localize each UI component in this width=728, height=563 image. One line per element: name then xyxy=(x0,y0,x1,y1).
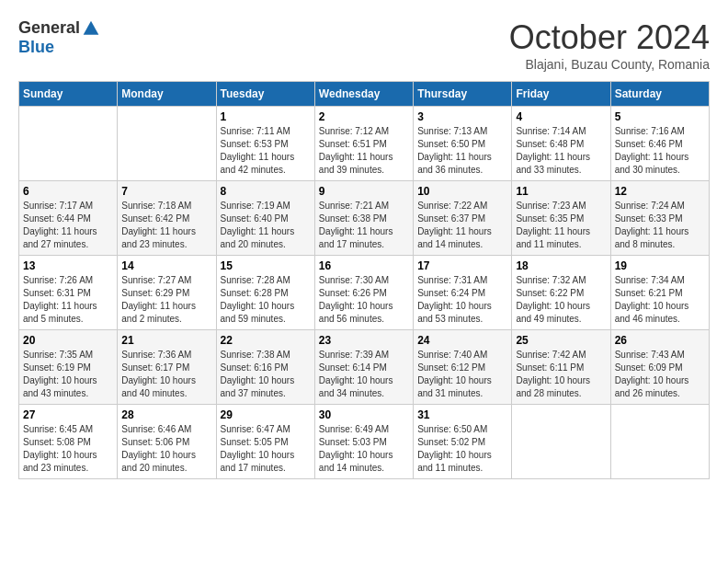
calendar-cell: 5Sunrise: 7:16 AMSunset: 6:46 PMDaylight… xyxy=(610,107,709,181)
day-info: Sunrise: 7:28 AMSunset: 6:28 PMDaylight:… xyxy=(221,274,311,326)
calendar-cell xyxy=(512,405,610,479)
calendar-cell: 17Sunrise: 7:31 AMSunset: 6:24 PMDayligh… xyxy=(414,256,512,330)
day-number: 30 xyxy=(319,408,409,421)
calendar-cell: 19Sunrise: 7:34 AMSunset: 6:21 PMDayligh… xyxy=(610,256,709,330)
weekday-header: Friday xyxy=(512,82,610,107)
calendar-cell xyxy=(118,107,216,181)
day-info: Sunrise: 7:38 AMSunset: 6:16 PMDaylight:… xyxy=(221,349,311,400)
svg-marker-0 xyxy=(84,20,99,34)
logo-icon xyxy=(82,19,100,38)
calendar-cell: 27Sunrise: 6:45 AMSunset: 5:08 PMDayligh… xyxy=(19,405,118,479)
day-info: Sunrise: 7:23 AMSunset: 6:35 PMDaylight:… xyxy=(516,200,606,251)
day-info: Sunrise: 7:19 AMSunset: 6:40 PMDaylight:… xyxy=(221,200,311,251)
day-number: 26 xyxy=(615,334,705,347)
calendar-cell: 7Sunrise: 7:18 AMSunset: 6:42 PMDaylight… xyxy=(118,181,216,256)
calendar-cell: 6Sunrise: 7:17 AMSunset: 6:44 PMDaylight… xyxy=(19,181,118,256)
calendar-cell: 20Sunrise: 7:35 AMSunset: 6:19 PMDayligh… xyxy=(19,330,118,405)
title-section: October 2024 Blajani, Buzau County, Roma… xyxy=(509,18,710,72)
day-info: Sunrise: 7:18 AMSunset: 6:42 PMDaylight:… xyxy=(121,200,211,251)
day-number: 29 xyxy=(221,408,311,421)
day-info: Sunrise: 7:32 AMSunset: 6:22 PMDaylight:… xyxy=(516,274,606,326)
day-info: Sunrise: 6:50 AMSunset: 5:02 PMDaylight:… xyxy=(417,423,507,475)
day-number: 27 xyxy=(23,408,113,421)
day-info: Sunrise: 7:42 AMSunset: 6:11 PMDaylight:… xyxy=(516,349,606,400)
day-number: 24 xyxy=(417,334,507,347)
day-number: 31 xyxy=(417,408,507,421)
day-number: 3 xyxy=(417,110,507,123)
day-info: Sunrise: 7:22 AMSunset: 6:37 PMDaylight:… xyxy=(417,200,507,251)
day-info: Sunrise: 7:17 AMSunset: 6:44 PMDaylight:… xyxy=(23,200,113,251)
calendar-week-row: 13Sunrise: 7:26 AMSunset: 6:31 PMDayligh… xyxy=(19,256,710,330)
day-number: 21 xyxy=(121,334,211,347)
day-number: 28 xyxy=(121,408,211,421)
month-title: October 2024 xyxy=(509,18,710,57)
calendar-cell: 22Sunrise: 7:38 AMSunset: 6:16 PMDayligh… xyxy=(216,330,314,405)
day-number: 16 xyxy=(319,259,409,272)
day-number: 12 xyxy=(615,185,705,198)
day-info: Sunrise: 7:27 AMSunset: 6:29 PMDaylight:… xyxy=(121,274,211,326)
calendar-cell: 16Sunrise: 7:30 AMSunset: 6:26 PMDayligh… xyxy=(314,256,413,330)
weekday-header: Saturday xyxy=(610,82,709,107)
weekday-header: Tuesday xyxy=(216,82,314,107)
day-info: Sunrise: 7:14 AMSunset: 6:48 PMDaylight:… xyxy=(516,125,606,177)
day-info: Sunrise: 6:47 AMSunset: 5:05 PMDaylight:… xyxy=(221,423,311,475)
calendar: SundayMondayTuesdayWednesdayThursdayFrid… xyxy=(18,81,710,479)
day-number: 7 xyxy=(121,185,211,198)
calendar-cell: 21Sunrise: 7:36 AMSunset: 6:17 PMDayligh… xyxy=(118,330,216,405)
day-number: 13 xyxy=(23,259,113,272)
day-number: 22 xyxy=(221,334,311,347)
day-info: Sunrise: 7:12 AMSunset: 6:51 PMDaylight:… xyxy=(319,125,409,177)
calendar-cell: 24Sunrise: 7:40 AMSunset: 6:12 PMDayligh… xyxy=(414,330,512,405)
calendar-cell: 31Sunrise: 6:50 AMSunset: 5:02 PMDayligh… xyxy=(414,405,512,479)
day-number: 18 xyxy=(516,259,606,272)
day-number: 4 xyxy=(516,110,606,123)
day-number: 8 xyxy=(221,185,311,198)
calendar-cell: 29Sunrise: 6:47 AMSunset: 5:05 PMDayligh… xyxy=(216,405,314,479)
calendar-cell: 30Sunrise: 6:49 AMSunset: 5:03 PMDayligh… xyxy=(314,405,413,479)
location-subtitle: Blajani, Buzau County, Romania xyxy=(509,57,710,72)
calendar-cell: 11Sunrise: 7:23 AMSunset: 6:35 PMDayligh… xyxy=(512,181,610,256)
calendar-week-row: 27Sunrise: 6:45 AMSunset: 5:08 PMDayligh… xyxy=(19,405,710,479)
day-info: Sunrise: 7:40 AMSunset: 6:12 PMDaylight:… xyxy=(417,349,507,400)
day-info: Sunrise: 7:16 AMSunset: 6:46 PMDaylight:… xyxy=(615,125,705,177)
day-number: 11 xyxy=(516,185,606,198)
day-info: Sunrise: 7:11 AMSunset: 6:53 PMDaylight:… xyxy=(221,125,311,177)
calendar-cell: 14Sunrise: 7:27 AMSunset: 6:29 PMDayligh… xyxy=(118,256,216,330)
calendar-cell xyxy=(19,107,118,181)
day-info: Sunrise: 7:24 AMSunset: 6:33 PMDaylight:… xyxy=(615,200,705,251)
day-info: Sunrise: 7:36 AMSunset: 6:17 PMDaylight:… xyxy=(121,349,211,400)
day-number: 10 xyxy=(417,185,507,198)
calendar-cell: 10Sunrise: 7:22 AMSunset: 6:37 PMDayligh… xyxy=(414,181,512,256)
day-info: Sunrise: 7:34 AMSunset: 6:21 PMDaylight:… xyxy=(615,274,705,326)
calendar-cell: 12Sunrise: 7:24 AMSunset: 6:33 PMDayligh… xyxy=(610,181,709,256)
calendar-cell: 13Sunrise: 7:26 AMSunset: 6:31 PMDayligh… xyxy=(19,256,118,330)
logo-general-text: General xyxy=(18,18,80,38)
day-info: Sunrise: 7:35 AMSunset: 6:19 PMDaylight:… xyxy=(23,349,113,400)
day-number: 17 xyxy=(417,259,507,272)
day-number: 1 xyxy=(221,110,311,123)
day-number: 2 xyxy=(319,110,409,123)
day-number: 14 xyxy=(121,259,211,272)
calendar-cell xyxy=(610,405,709,479)
day-number: 19 xyxy=(615,259,705,272)
calendar-cell: 4Sunrise: 7:14 AMSunset: 6:48 PMDaylight… xyxy=(512,107,610,181)
day-number: 5 xyxy=(615,110,705,123)
calendar-week-row: 20Sunrise: 7:35 AMSunset: 6:19 PMDayligh… xyxy=(19,330,710,405)
header: General Blue October 2024 Blajani, Buzau… xyxy=(18,18,710,72)
day-info: Sunrise: 7:43 AMSunset: 6:09 PMDaylight:… xyxy=(615,349,705,400)
calendar-cell: 3Sunrise: 7:13 AMSunset: 6:50 PMDaylight… xyxy=(414,107,512,181)
day-number: 25 xyxy=(516,334,606,347)
calendar-cell: 9Sunrise: 7:21 AMSunset: 6:38 PMDaylight… xyxy=(314,181,413,256)
calendar-cell: 2Sunrise: 7:12 AMSunset: 6:51 PMDaylight… xyxy=(314,107,413,181)
calendar-cell: 15Sunrise: 7:28 AMSunset: 6:28 PMDayligh… xyxy=(216,256,314,330)
day-number: 20 xyxy=(23,334,113,347)
logo-blue-text: Blue xyxy=(18,38,54,57)
calendar-week-row: 6Sunrise: 7:17 AMSunset: 6:44 PMDaylight… xyxy=(19,181,710,256)
day-info: Sunrise: 6:49 AMSunset: 5:03 PMDaylight:… xyxy=(319,423,409,475)
day-number: 15 xyxy=(221,259,311,272)
day-number: 6 xyxy=(23,185,113,198)
calendar-cell: 1Sunrise: 7:11 AMSunset: 6:53 PMDaylight… xyxy=(216,107,314,181)
day-info: Sunrise: 6:45 AMSunset: 5:08 PMDaylight:… xyxy=(23,423,113,475)
day-info: Sunrise: 7:26 AMSunset: 6:31 PMDaylight:… xyxy=(23,274,113,326)
weekday-header: Monday xyxy=(118,82,216,107)
